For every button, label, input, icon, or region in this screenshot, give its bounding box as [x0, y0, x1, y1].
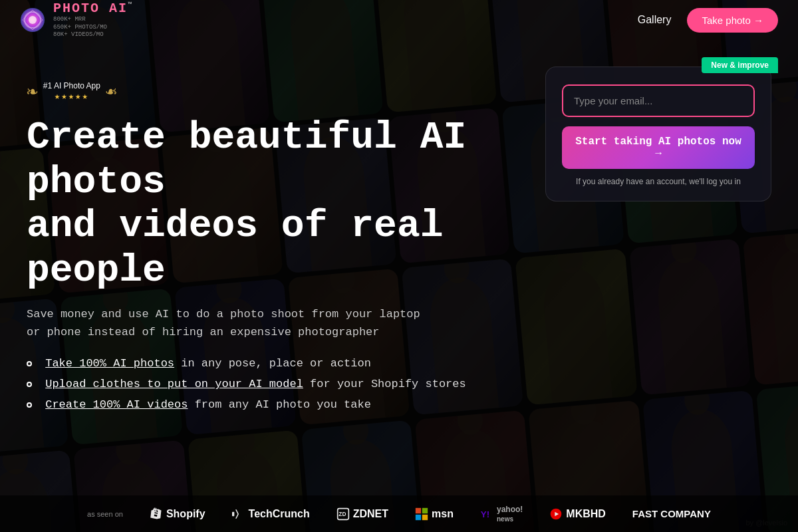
- logo-text: PHOTO AI™ 800K+ MRR 650K+ PHOTOS/MO 80K+…: [53, 1, 133, 39]
- svg-point-2: [29, 16, 37, 24]
- mkbhd-logo: MKBHD: [549, 507, 606, 521]
- svg-rect-9: [422, 514, 428, 519]
- left-laurel-icon: ❧: [27, 80, 38, 102]
- svg-rect-8: [416, 514, 421, 519]
- fastcompany-logo: FAST COMPANY: [632, 508, 711, 519]
- award-text: #1 AI Photo App ★★★★★: [43, 81, 100, 102]
- yahoo-logo: Y! yahoo!news: [480, 505, 523, 523]
- svg-text:ZD: ZD: [338, 511, 346, 517]
- email-input[interactable]: [562, 84, 755, 117]
- feature-item-2: Upload clothes to put on your AI model f…: [27, 378, 545, 390]
- shopify-icon: [150, 507, 163, 521]
- hero-subheadline: Save money and use AI to do a photo shoo…: [27, 305, 426, 341]
- msn-icon: [415, 507, 428, 521]
- svg-rect-6: [416, 507, 421, 513]
- bullet-icon-3: [27, 402, 32, 408]
- techcrunch-logo: TechCrunch: [232, 508, 310, 520]
- new-badge: New & improve: [702, 57, 778, 73]
- feature-item-3: Create 100% AI videos from any AI photo …: [27, 398, 545, 411]
- logo-icon: [20, 7, 45, 33]
- award-stars: ★★★★★: [55, 90, 89, 102]
- left-section: ❧ #1 AI Photo App ★★★★★ ❧ Create beautif…: [27, 53, 545, 411]
- signup-section: New & improve Start taking AI photos now…: [545, 66, 771, 201]
- msn-logo: msn: [415, 507, 454, 521]
- feature-link-3[interactable]: Create 100% AI videos: [45, 398, 188, 411]
- right-laurel-icon: ❧: [106, 80, 117, 102]
- hero-headline: Create beautiful AI photosand videos of …: [27, 116, 532, 293]
- navbar: PHOTO AI™ 800K+ MRR 650K+ PHOTOS/MO 80K+…: [0, 0, 798, 40]
- feature-item-1: Take 100% AI photos in any pose, place o…: [27, 357, 545, 370]
- logo-stats: 800K+ MRR 650K+ PHOTOS/MO 80K+ VIDEOS/MO: [53, 16, 133, 39]
- bullet-icon-1: [27, 361, 32, 366]
- shopify-logo: Shopify: [150, 507, 205, 521]
- take-photo-button[interactable]: Take photo →: [687, 8, 778, 33]
- svg-rect-7: [422, 507, 428, 513]
- bottom-bar: as seen on Shopify TechCrunch ZD ZDNET m…: [0, 495, 798, 532]
- nav-left: PHOTO AI™ 800K+ MRR 650K+ PHOTOS/MO 80K+…: [20, 1, 133, 39]
- svg-rect-3: [232, 511, 234, 516]
- feature-link-2[interactable]: Upload clothes to put on your AI model: [45, 378, 303, 390]
- award-title: #1 AI Photo App: [43, 81, 100, 90]
- zdnet-icon: ZD: [336, 507, 350, 521]
- mkbhd-icon: [549, 507, 563, 521]
- techcrunch-icon: [232, 509, 245, 519]
- features-list: Take 100% AI photos in any pose, place o…: [27, 357, 545, 411]
- start-taking-photos-button[interactable]: Start taking AI photos now →: [562, 126, 755, 169]
- zdnet-logo: ZD ZDNET: [336, 507, 388, 521]
- nav-right: Gallery Take photo →: [638, 8, 778, 33]
- award-badge: ❧ #1 AI Photo App ★★★★★ ❧: [27, 80, 545, 102]
- yahoo-icon: Y!: [480, 507, 493, 521]
- main-content: ❧ #1 AI Photo App ★★★★★ ❧ Create beautif…: [0, 53, 798, 532]
- signup-card: Start taking AI photos now → If you alre…: [545, 66, 771, 201]
- login-hint: If you already have an account, we'll lo…: [562, 177, 755, 186]
- svg-text:Y!: Y!: [481, 509, 489, 519]
- logo-name: PHOTO AI™: [53, 1, 133, 16]
- feature-link-1[interactable]: Take 100% AI photos: [45, 357, 174, 370]
- bullet-icon-2: [27, 382, 32, 387]
- gallery-link[interactable]: Gallery: [638, 14, 672, 26]
- as-seen-label: as seen on: [87, 510, 123, 518]
